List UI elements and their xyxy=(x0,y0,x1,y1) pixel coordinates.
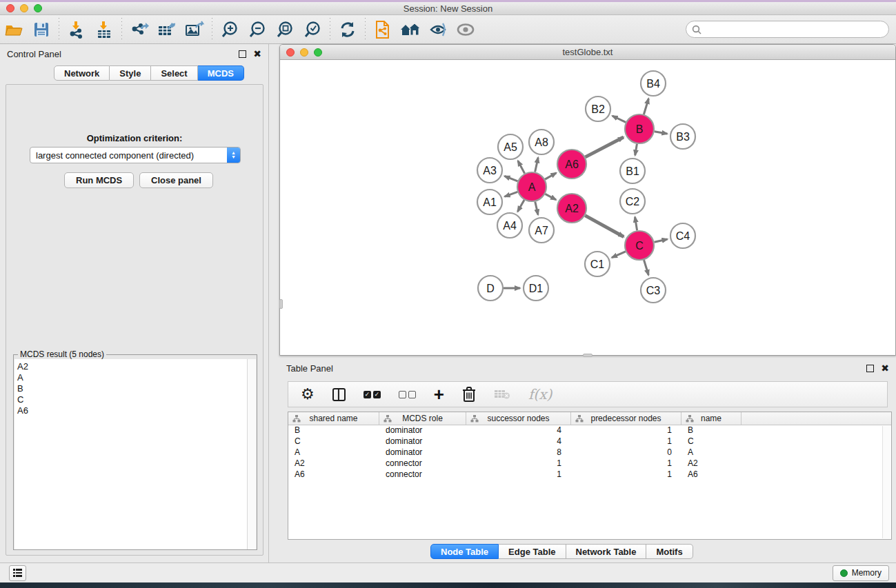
edge-A-A4[interactable] xyxy=(517,200,524,212)
close-network-button[interactable] xyxy=(286,48,295,57)
column-header-successor-nodes[interactable]: successor nodes xyxy=(466,412,571,425)
node-A1[interactable]: A1 xyxy=(477,190,502,214)
node-A8[interactable]: A8 xyxy=(529,130,554,154)
table-row[interactable]: A2connector11A2 xyxy=(288,458,891,469)
node-C2[interactable]: C2 xyxy=(620,189,645,214)
edge-A6-B[interactable] xyxy=(586,137,624,157)
show-graphics-details-button[interactable] xyxy=(452,17,479,42)
node-B2[interactable]: B2 xyxy=(586,97,610,121)
save-session-button[interactable] xyxy=(28,17,55,42)
edge-A-A7[interactable] xyxy=(535,201,538,214)
criterion-dropdown[interactable]: largest connected component (directed) ▲… xyxy=(30,147,241,163)
close-panel-icon[interactable]: ✖ xyxy=(253,50,261,58)
table-cell[interactable]: dominator xyxy=(379,436,466,447)
export-network-button[interactable] xyxy=(126,17,153,42)
zoom-selected-button[interactable] xyxy=(299,17,326,42)
table-cell[interactable]: 1 xyxy=(571,458,681,469)
node-B[interactable]: B xyxy=(625,114,654,143)
split-view-icon[interactable] xyxy=(332,388,346,401)
mcds-result-item[interactable]: B xyxy=(17,383,248,394)
mcds-result-list[interactable]: A2ABCA6 xyxy=(14,359,248,549)
network-window-titlebar[interactable]: testGlobe.txt xyxy=(280,45,895,60)
table-cell[interactable]: 4 xyxy=(466,425,571,436)
column-header-MCDS-role[interactable]: MCDS role xyxy=(379,412,466,425)
table-cell[interactable]: 8 xyxy=(466,447,571,458)
table-cell[interactable]: A6 xyxy=(681,469,741,480)
table-cell[interactable]: connector xyxy=(379,469,466,480)
maximize-window-button[interactable] xyxy=(34,4,42,12)
zoom-in-button[interactable] xyxy=(216,17,243,42)
table-cell[interactable]: 1 xyxy=(571,469,681,480)
node-C1[interactable]: C1 xyxy=(585,252,610,276)
node-A7[interactable]: A7 xyxy=(529,218,554,243)
edge-A-A8[interactable] xyxy=(535,157,539,172)
edge-A-A6[interactable] xyxy=(545,173,556,179)
result-scrollbar[interactable] xyxy=(247,359,256,549)
table-cell[interactable]: A xyxy=(288,447,379,458)
table-cell[interactable]: A xyxy=(681,447,741,458)
edge-A2-C[interactable] xyxy=(585,216,624,237)
node-D[interactable]: D xyxy=(478,276,503,301)
column-header-shared-name[interactable]: shared name xyxy=(288,412,379,425)
node-A2[interactable]: A2 xyxy=(557,194,586,223)
table-row[interactable]: Cdominator41C xyxy=(288,436,891,447)
close-table-panel-icon[interactable]: ✖ xyxy=(881,365,889,372)
node-C3[interactable]: C3 xyxy=(641,278,666,303)
edge-A-A2[interactable] xyxy=(545,194,556,199)
network-canvas[interactable]: B4B2BB3A8A5A6A3B1AA1C2A2A4A7C4CC1DD1C3 xyxy=(281,60,895,354)
table-row[interactable]: Adominator80A xyxy=(288,447,891,458)
tab-style[interactable]: Style xyxy=(110,65,151,81)
select-all-columns-button[interactable]: ✓ ✓ xyxy=(364,391,381,398)
tab-node-table[interactable]: Node Table xyxy=(430,544,499,559)
table-cell[interactable]: B xyxy=(681,425,741,436)
node-A6[interactable]: A6 xyxy=(557,150,586,179)
refresh-button[interactable] xyxy=(334,17,361,42)
float-panel-icon[interactable] xyxy=(239,50,246,58)
table-cell[interactable]: B xyxy=(288,425,379,436)
node-A3[interactable]: A3 xyxy=(477,158,502,183)
node-D1[interactable]: D1 xyxy=(524,276,548,301)
network-graph[interactable]: B4B2BB3A8A5A6A3B1AA1C2A2A4A7C4CC1DD1C3 xyxy=(281,60,895,354)
table-cell[interactable]: 4 xyxy=(466,436,571,447)
settings-icon[interactable]: ⚙ xyxy=(301,387,315,402)
export-table-button[interactable] xyxy=(153,17,181,42)
task-history-button[interactable] xyxy=(9,565,26,581)
table-scrollbar[interactable] xyxy=(882,426,890,538)
import-network-button[interactable] xyxy=(63,17,90,42)
horizontal-scroll-grip[interactable] xyxy=(583,354,593,357)
minimize-window-button[interactable] xyxy=(20,4,28,12)
node-A[interactable]: A xyxy=(517,172,546,201)
table-cell[interactable]: 1 xyxy=(466,469,571,480)
table-cell[interactable]: 0 xyxy=(571,447,681,458)
run-mcds-button[interactable]: Run MCDS xyxy=(64,172,134,188)
table-cell[interactable]: connector xyxy=(379,458,466,469)
hide-graphics-details-button[interactable] xyxy=(424,17,452,42)
tab-select[interactable]: Select xyxy=(151,65,197,81)
table-cell[interactable]: 1 xyxy=(466,458,571,469)
table-row[interactable]: Bdominator41B xyxy=(288,425,891,436)
edge-C-C3[interactable] xyxy=(644,260,648,275)
deselect-all-columns-button[interactable] xyxy=(399,391,416,398)
edge-A-A3[interactable] xyxy=(504,176,517,181)
node-A4[interactable]: A4 xyxy=(497,213,522,238)
edge-B-B2[interactable] xyxy=(613,116,626,122)
node-B1[interactable]: B1 xyxy=(620,159,645,183)
maximize-network-button[interactable] xyxy=(314,48,322,57)
table-cell[interactable]: C xyxy=(681,436,741,447)
table-cell[interactable]: dominator xyxy=(379,447,466,458)
edge-B-B1[interactable] xyxy=(635,144,637,156)
tab-mcds[interactable]: MCDS xyxy=(198,65,244,81)
search-input[interactable] xyxy=(701,24,888,34)
search-box[interactable] xyxy=(686,21,889,38)
table-cell[interactable]: A2 xyxy=(681,458,741,469)
mcds-result-item[interactable]: A2 xyxy=(17,361,248,372)
table-cell[interactable]: A2 xyxy=(288,458,379,469)
edge-C-C4[interactable] xyxy=(654,239,667,242)
table-cell[interactable]: 1 xyxy=(571,436,681,447)
table-cell[interactable]: C xyxy=(288,436,379,447)
minimize-network-button[interactable] xyxy=(300,48,308,57)
vertical-scroll-grip[interactable] xyxy=(279,299,283,309)
float-table-panel-icon[interactable] xyxy=(866,365,874,372)
edge-A-A5[interactable] xyxy=(518,161,525,173)
edge-C-C2[interactable] xyxy=(635,217,637,231)
